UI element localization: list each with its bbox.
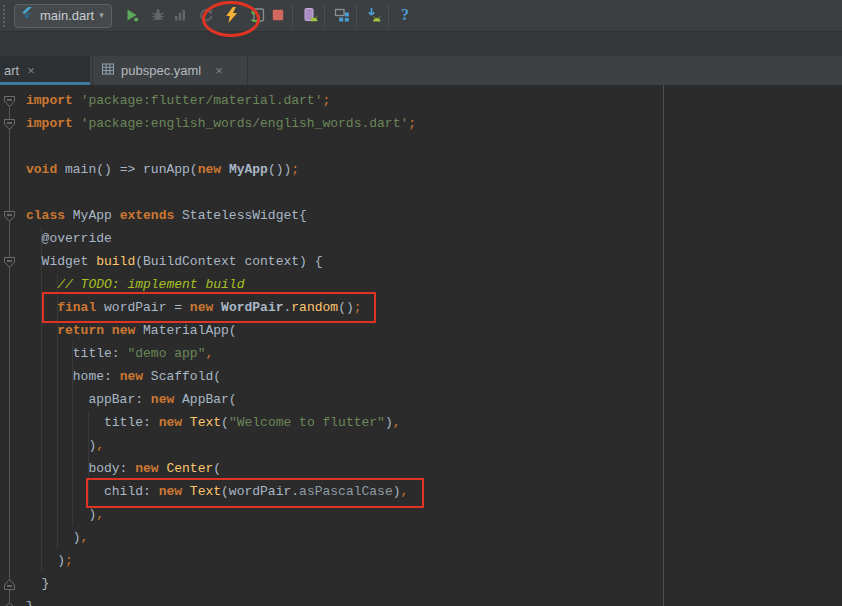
code-line[interactable]: Widget build(BuildContext context) { [0, 250, 842, 273]
code-line[interactable]: title: new Text("Welcome to flutter"), [0, 411, 842, 434]
debug-icon[interactable] [146, 3, 170, 27]
tab-label: pubspec.yaml [121, 63, 201, 78]
attach-android-debugger-icon[interactable] [362, 3, 386, 27]
flutter-outline-icon[interactable] [330, 3, 354, 27]
profile-icon[interactable] [168, 3, 192, 27]
stop-icon[interactable] [266, 3, 290, 27]
code-line[interactable] [0, 135, 842, 158]
close-icon[interactable]: × [27, 63, 35, 78]
code-line[interactable]: home: new Scaffold( [0, 365, 842, 388]
code-line[interactable]: } [0, 572, 842, 595]
code-line[interactable]: child: new Text(wordPair.asPascalCase), [0, 480, 842, 503]
navigation-band [0, 32, 842, 56]
toolbar-separator [292, 5, 294, 26]
code-line[interactable]: ), [0, 526, 842, 549]
toolbar-separator [324, 5, 326, 26]
code-line[interactable]: void main() => runApp(new MyApp()); [0, 158, 842, 181]
code-line[interactable]: ), [0, 503, 842, 526]
code-line[interactable]: return new MaterialApp( [0, 319, 842, 342]
toolbar-separator [388, 5, 390, 26]
code-line[interactable]: body: new Center( [0, 457, 842, 480]
code-line[interactable]: import 'package:flutter/material.dart'; [0, 89, 842, 112]
hot-reload-icon[interactable] [219, 3, 243, 27]
code-line[interactable]: ), [0, 434, 842, 457]
right-margin-guide [663, 85, 664, 606]
toolbar-drag-handle[interactable] [3, 5, 8, 27]
code-line[interactable]: // TODO: implement build [0, 273, 842, 296]
help-icon[interactable]: ? [393, 3, 417, 27]
code-editor[interactable]: import 'package:flutter/material.dart';i… [0, 85, 842, 606]
chevron-down-icon: ▾ [99, 11, 104, 20]
code-line[interactable]: appBar: new AppBar( [0, 388, 842, 411]
toolbar-separator [356, 5, 358, 26]
editor-tab-bar: art × pubspec.yaml × [0, 56, 842, 86]
run-configuration-select[interactable]: main.dart ▾ [14, 4, 112, 28]
code-line[interactable]: import 'package:english_words/english_wo… [0, 112, 842, 135]
tab-pubspec-yaml[interactable]: pubspec.yaml × [92, 56, 248, 85]
code-line[interactable]: } [0, 595, 842, 606]
tab-main-dart[interactable]: art × [0, 56, 90, 85]
code-line[interactable]: @override [0, 227, 842, 250]
code-line[interactable]: class MyApp extends StatelessWidget{ [0, 204, 842, 227]
code-lines: import 'package:flutter/material.dart';i… [0, 89, 842, 606]
ide-window: main.dart ▾ [0, 0, 842, 606]
run-configuration-label: main.dart [40, 8, 94, 23]
flutter-logo-icon [20, 6, 35, 25]
flutter-inspector-icon[interactable] [298, 3, 322, 27]
code-line[interactable]: final wordPair = new WordPair.random(); [0, 296, 842, 319]
code-line[interactable] [0, 181, 842, 204]
yaml-file-icon [101, 62, 115, 79]
tab-label: art [4, 63, 19, 78]
attach-process-icon[interactable] [194, 3, 218, 27]
run-icon[interactable] [120, 3, 144, 27]
code-line[interactable]: ); [0, 549, 842, 572]
close-icon[interactable]: × [215, 63, 223, 78]
main-toolbar: main.dart ▾ [0, 0, 842, 32]
code-line[interactable]: title: "demo app", [0, 342, 842, 365]
